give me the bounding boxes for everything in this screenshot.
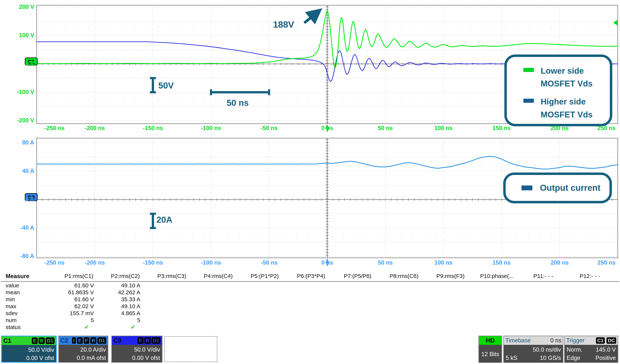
plot2-x-tick-label: 250 ns	[589, 259, 620, 266]
voltage-scale-annotation: 50V	[158, 80, 174, 91]
plot1-x-tick-label: -150 ns	[135, 125, 171, 131]
measure-param-header[interactable]: P3:rms(C3)	[149, 273, 195, 279]
channel-scale: 20.0 A/div	[61, 346, 106, 354]
timebase-scale: 50.0 ns/div	[506, 346, 561, 354]
measure-value: 5	[56, 317, 102, 323]
lower-vds-label: Lower sideMOSFET Vds	[541, 64, 592, 90]
channel-scale: 50.0 V/div	[4, 346, 54, 354]
plot1-x-tick-label: 150 ns	[484, 125, 519, 131]
plot2-x-tick-label: 100 ns	[426, 259, 461, 266]
measure-value: 4.865 A	[102, 310, 149, 317]
time-scale-annotation: 50 ns	[227, 98, 249, 108]
channel-offset: 0.00 V ofst	[4, 354, 54, 362]
lower-vds-swatch	[523, 68, 534, 72]
plot1-y-tick-label: -200 V	[2, 117, 34, 124]
trigger-coupling-badge: DC	[606, 337, 616, 344]
higher-vds-swatch	[523, 99, 534, 103]
measure-row-value: value61.60 V49.10 A	[1, 282, 620, 289]
measure-table: MeasureP1:rms(C1)P2:rms(C2)P3:rms(C3)P4:…	[1, 273, 620, 331]
measure-param-header[interactable]: P12:- - -	[567, 273, 613, 279]
trigger-box[interactable]: Trigger C1 DC Norm. 145.0 V Edge Positiv…	[564, 336, 618, 363]
vds-legend: Lower sideMOSFET Vds Higher sideMOSFET V…	[504, 55, 612, 126]
output-current-legend: Output current	[503, 173, 612, 203]
measure-row-label: max	[1, 303, 56, 309]
measure-value: 42.262 A	[102, 289, 149, 296]
measure-row-min: min61.60 V35.33 A	[1, 296, 620, 303]
plot1-y-tick-label: 100 V	[2, 32, 34, 39]
plot2-x-tick-label: -100 ns	[193, 259, 229, 266]
plot2-x-tick-label: 0 ps	[309, 259, 345, 266]
hd-bits: 12 Bits	[481, 351, 499, 358]
channel-box-c2[interactable]: C2IEFBD120.0 A/div0.0 mA ofst	[58, 336, 108, 363]
measure-value: 35.33 A	[102, 296, 149, 303]
trigger-badges: C1 DC	[595, 337, 616, 344]
trigger-level: 145.0 V	[596, 346, 616, 354]
measure-header-row: MeasureP1:rms(C1)P2:rms(C2)P3:rms(C3)P4:…	[1, 273, 620, 282]
measure-value: 61.60 V	[56, 282, 102, 289]
measure-param-header[interactable]: P9:rms(F3)	[427, 273, 474, 279]
channel-badge-e: E	[32, 337, 38, 344]
current-scale-annotation: 20A	[156, 215, 172, 225]
measure-value: 155.7 mV	[56, 310, 102, 317]
channel-offset: 0.00 V ofst	[114, 354, 160, 362]
timebase-offset: 0 ns	[550, 337, 561, 344]
measure-value: 61.8635 V	[56, 289, 102, 296]
plot2-x-tick-label: -50 ns	[251, 259, 287, 266]
empty-descriptor-slot[interactable]	[164, 336, 217, 362]
channel-badges: IEFBD1	[71, 337, 107, 344]
measure-row-label: num	[1, 317, 56, 323]
plot2-x-tick-label: -250 ns	[37, 259, 72, 266]
measure-param-header[interactable]: P5:(P1*P2)	[241, 273, 288, 279]
plot1-y-tick-label: -100 V	[2, 89, 34, 95]
plot1-x-tick-label: 0 ps	[309, 125, 345, 131]
plot2-y-tick-label: 40 A	[2, 168, 34, 175]
measure-row-mean: mean61.8635 V42.262 A	[1, 289, 620, 296]
measure-param-header[interactable]: P1:rms(C1)	[56, 273, 102, 279]
legend-item-higher-vds: Higher sideMOSFET Vds	[523, 95, 610, 121]
timebase-samples: 5 kS	[506, 354, 517, 362]
measure-param-header[interactable]: P4:rms(C4)	[195, 273, 241, 279]
channel-scale: 50.0 V/div	[114, 346, 160, 354]
measure-value: 49.10 A	[102, 303, 149, 309]
measure-row-label: status	[1, 324, 56, 330]
measure-row-label: min	[1, 296, 56, 303]
channel-box-c3[interactable]: C3EBD150.0 V/div0.00 V ofst	[111, 336, 162, 363]
plot2-x-tick-label: 150 ns	[484, 259, 519, 266]
timebase-box[interactable]: Timebase 0 ns 50.0 ns/div 5 kS 10 GS/s	[503, 336, 563, 363]
channel-box-c1[interactable]: C1EBD150.0 V/div0.00 V ofst	[1, 336, 57, 363]
plot2-y-tick-label: -80 A	[2, 253, 34, 260]
hd-label: HD	[486, 337, 495, 344]
output-current-swatch	[521, 186, 532, 190]
trigger-title: Trigger	[566, 337, 585, 344]
plot1-x-tick-label: 200 ns	[542, 125, 577, 131]
channel-badge-e: E	[138, 337, 143, 344]
plot1-y-tick-label: 0 V	[2, 60, 34, 67]
measure-param-header[interactable]: P11:- - -	[520, 273, 567, 279]
channel-badge-d1: D1	[46, 337, 55, 344]
oscilloscope-screen: { "colors": { "c1_green": "#00dd22", "c1…	[0, 0, 620, 364]
hd-mode-box[interactable]: HD 12 Bits	[478, 336, 502, 363]
measure-param-header[interactable]: P6:(P3*P4)	[288, 273, 334, 279]
plot1-x-tick-label: 250 ns	[589, 125, 620, 131]
measure-param-header[interactable]: P7:(P5/P6)	[334, 273, 381, 279]
measure-param-header[interactable]: P2:rms(C2)	[102, 273, 149, 279]
plot1-x-tick-label: -100 ns	[193, 125, 229, 131]
plot2-y-tick-label: 0 A	[2, 196, 34, 203]
plot2-x-tick-label: 200 ns	[542, 259, 577, 266]
channel-badge-d1: D1	[152, 337, 160, 344]
plot1-y-tick-label: 200 V	[2, 4, 34, 10]
measure-param-header[interactable]: P8:rms(C6)	[381, 273, 427, 279]
channel-badge-b: B	[144, 337, 151, 344]
peak-voltage-annotation: 188V	[273, 19, 294, 30]
plot1-x-tick-label: 100 ns	[426, 125, 461, 131]
plot1-x-tick-label: 50 ns	[368, 125, 403, 131]
measure-row-label: mean	[1, 289, 56, 296]
measure-row-label: value	[1, 282, 56, 289]
measure-param-header[interactable]: P10:phase(...	[474, 273, 520, 279]
timebase-rate: 10 GS/s	[540, 354, 561, 362]
channel-badges: EBD1	[137, 337, 160, 344]
plot1-x-tick-label: -200 ns	[77, 125, 113, 131]
plot1-x-tick-label: -250 ns	[37, 125, 72, 131]
channel-badge-f: F	[84, 337, 89, 344]
channel-badge-d1: D1	[97, 337, 106, 344]
